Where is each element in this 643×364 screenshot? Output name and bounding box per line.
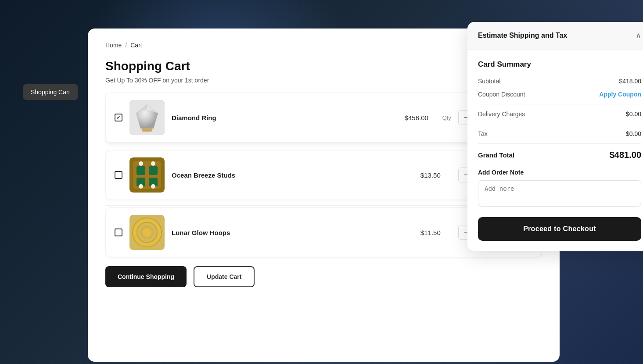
sidebar-shopping-cart-label[interactable]: Shopping Cart [23, 84, 78, 100]
summary-divider-2 [478, 124, 641, 124]
breadcrumb-home[interactable]: Home [105, 42, 122, 49]
svg-rect-8 [137, 166, 145, 175]
card-summary-title: Card Summary [478, 60, 641, 69]
item-image-2 [129, 157, 165, 193]
delivery-label: Delivery Charges [478, 111, 525, 118]
subtotal-row: Subtotal $418.00 [478, 78, 641, 85]
delivery-value: $0.00 [626, 111, 641, 118]
summary-panel: Estimate Shipping and Tax ∧ Card Summary… [467, 22, 643, 251]
svg-rect-5 [142, 128, 152, 132]
item-checkbox-1[interactable] [115, 114, 122, 121]
svg-point-20 [143, 228, 151, 237]
grand-total-label: Grand Total [478, 151, 514, 159]
summary-divider-1 [478, 104, 641, 104]
item-name-1: Diamond Ring [172, 114, 398, 121]
summary-divider-3 [478, 143, 641, 144]
item-name-3: Lunar Glow Hoops [172, 229, 413, 236]
qty-label-1: Qty [442, 114, 451, 121]
cart-actions: Continue Shopping Update Cart [105, 266, 542, 287]
continue-shopping-button[interactable]: Continue Shopping [105, 266, 187, 287]
breadcrumb-separator: / [125, 42, 127, 49]
coupon-row: Coupon Discount Apply Coupon [478, 91, 641, 98]
subtotal-label: Subtotal [478, 78, 500, 85]
checkout-button[interactable]: Proceed to Checkout [478, 217, 641, 241]
tax-value: $0.00 [626, 130, 641, 137]
order-note-label: Add Order Note [478, 169, 641, 176]
item-price-3: $11.50 [420, 229, 451, 236]
svg-point-13 [151, 161, 155, 166]
svg-rect-9 [149, 166, 158, 175]
svg-point-12 [139, 161, 143, 166]
delivery-row: Delivery Charges $0.00 [478, 111, 641, 118]
coupon-label: Coupon Discount [478, 91, 525, 98]
item-image-3 [129, 215, 165, 250]
order-note-input[interactable] [478, 180, 641, 207]
tax-label: Tax [478, 130, 488, 137]
item-checkbox-2[interactable] [115, 171, 122, 179]
apply-coupon-button[interactable]: Apply Coupon [599, 91, 641, 98]
svg-point-14 [139, 184, 143, 189]
update-cart-button[interactable]: Update Cart [194, 266, 255, 287]
item-name-2: Ocean Breeze Studs [172, 171, 413, 179]
tax-row: Tax $0.00 [478, 130, 641, 137]
subtotal-value: $418.00 [619, 78, 641, 85]
breadcrumb-current: Cart [130, 42, 142, 49]
item-image-1 [129, 100, 165, 135]
estimate-shipping-header[interactable]: Estimate Shipping and Tax ∧ [467, 22, 643, 50]
grand-total-value: $481.00 [610, 150, 641, 160]
item-price-1: $456.00 [405, 114, 435, 121]
grand-total-row: Grand Total $481.00 [478, 150, 641, 160]
estimate-title: Estimate Shipping and Tax [478, 32, 567, 39]
card-summary-section: Card Summary Subtotal $418.00 Coupon Dis… [467, 50, 643, 251]
chevron-up-icon: ∧ [636, 31, 641, 40]
item-price-2: $13.50 [420, 171, 451, 179]
svg-point-15 [151, 184, 155, 189]
item-checkbox-3[interactable] [115, 228, 122, 236]
